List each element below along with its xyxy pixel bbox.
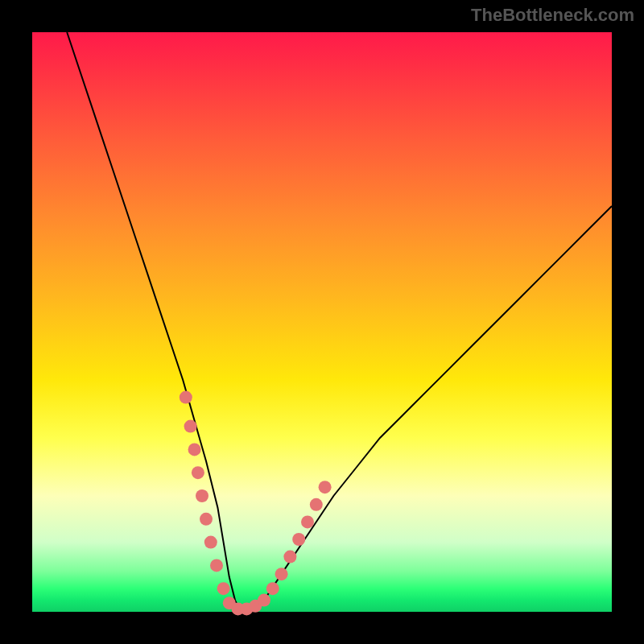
marker-dot bbox=[196, 489, 208, 502]
marker-dot bbox=[275, 568, 288, 580]
marker-dot bbox=[292, 533, 305, 546]
plot-gradient-background bbox=[32, 32, 612, 612]
bottleneck-curve bbox=[67, 32, 612, 612]
marker-dot bbox=[310, 498, 323, 511]
marker-dot bbox=[204, 536, 217, 549]
marker-dot bbox=[258, 594, 270, 607]
marker-dot bbox=[180, 391, 192, 404]
marker-dot bbox=[184, 420, 197, 433]
marker-dot bbox=[319, 481, 332, 493]
watermark-text: TheBottleneck.com bbox=[471, 5, 634, 26]
highlight-markers bbox=[180, 391, 332, 616]
chart-svg bbox=[32, 32, 612, 612]
marker-dot bbox=[200, 513, 213, 526]
marker-dot bbox=[283, 551, 296, 564]
marker-dot bbox=[266, 582, 279, 595]
marker-dot bbox=[210, 559, 223, 572]
marker-dot bbox=[188, 443, 201, 456]
marker-dot bbox=[217, 582, 230, 595]
marker-dot bbox=[301, 515, 314, 528]
marker-dot bbox=[192, 466, 204, 479]
